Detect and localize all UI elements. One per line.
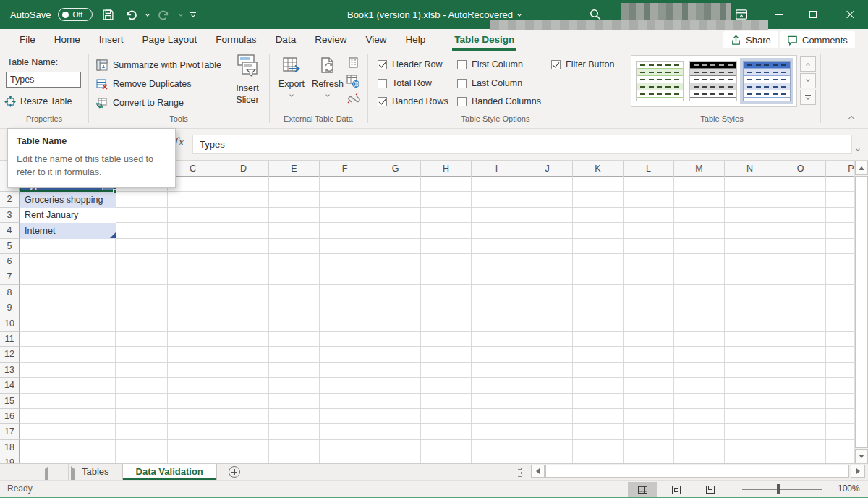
tab-view[interactable]: View bbox=[356, 29, 396, 51]
column-header-E[interactable]: E bbox=[269, 161, 320, 177]
row-header-15[interactable]: 15 bbox=[0, 394, 20, 409]
refresh-button[interactable]: Refresh bbox=[310, 54, 346, 96]
column-header-G[interactable]: G bbox=[370, 161, 421, 177]
zoom-out-button[interactable] bbox=[729, 489, 736, 489]
row-header-4[interactable]: 4 bbox=[0, 223, 20, 238]
checkbox-last-column[interactable]: Last Column bbox=[457, 77, 522, 90]
column-header-K[interactable]: K bbox=[573, 161, 624, 177]
gallery-scroll-up-button[interactable] bbox=[800, 56, 816, 72]
checkbox-header-row[interactable]: Header Row bbox=[378, 58, 442, 71]
row-header-13[interactable]: 13 bbox=[0, 363, 20, 378]
scroll-down-button[interactable] bbox=[855, 449, 868, 463]
convert-to-range-button[interactable]: Convert to Range bbox=[95, 95, 184, 111]
checkbox-banded-columns[interactable]: Banded Columns bbox=[457, 95, 541, 108]
column-header-J[interactable]: J bbox=[522, 161, 573, 177]
column-header-P[interactable]: P bbox=[826, 161, 854, 177]
gallery-scroll-down-button[interactable] bbox=[800, 73, 816, 88]
hscroll-left-button[interactable] bbox=[531, 465, 545, 478]
unlink-icon[interactable] bbox=[347, 93, 361, 106]
row-header-14[interactable]: 14 bbox=[0, 378, 20, 393]
tab-file[interactable]: File bbox=[10, 29, 45, 51]
title-dropdown-icon[interactable] bbox=[517, 12, 522, 17]
vertical-scrollbar[interactable] bbox=[854, 161, 868, 463]
comments-label: Comments bbox=[802, 35, 848, 46]
column-header-F[interactable]: F bbox=[320, 161, 370, 177]
view-normal-button[interactable] bbox=[628, 482, 657, 497]
tab-review[interactable]: Review bbox=[305, 29, 356, 51]
row-header-2[interactable]: 2 bbox=[0, 192, 20, 207]
checkbox-filter-button[interactable]: Filter Button bbox=[551, 58, 614, 71]
row-header-5[interactable]: 5 bbox=[0, 239, 20, 254]
row-header-19[interactable]: 19 bbox=[0, 455, 20, 463]
row-header-11[interactable]: 11 bbox=[0, 332, 20, 347]
tab-home[interactable]: Home bbox=[45, 29, 90, 51]
scroll-up-button[interactable] bbox=[855, 161, 868, 175]
table-cell-internet[interactable]: Internet bbox=[20, 223, 116, 238]
zoom-slider-track[interactable] bbox=[742, 489, 822, 490]
tab-scrollbar-splitter[interactable] bbox=[518, 468, 522, 477]
expand-formula-bar-icon[interactable] bbox=[856, 140, 859, 153]
remove-duplicates-button[interactable]: Remove Duplicates bbox=[95, 76, 191, 92]
formula-input[interactable]: Types bbox=[192, 135, 852, 154]
table-resize-handle[interactable] bbox=[110, 232, 116, 238]
summarize-with-pivottable-button[interactable]: Summarize with PivotTable bbox=[95, 57, 221, 73]
horizontal-scroll-thumb[interactable] bbox=[545, 465, 849, 478]
tab-table-design[interactable]: Table Design bbox=[445, 29, 524, 51]
new-sheet-button[interactable] bbox=[229, 466, 240, 478]
column-header-O[interactable]: O bbox=[775, 161, 826, 177]
column-header-D[interactable]: D bbox=[218, 161, 269, 177]
tab-formulas[interactable]: Formulas bbox=[206, 29, 265, 51]
checkbox-first-column[interactable]: First Column bbox=[457, 58, 523, 71]
view-page-break-button[interactable] bbox=[696, 482, 725, 497]
zoom-level-label[interactable]: 100% bbox=[838, 481, 860, 497]
close-button[interactable] bbox=[833, 0, 868, 29]
open-in-browser-icon[interactable] bbox=[346, 74, 360, 88]
tab-help[interactable]: Help bbox=[396, 29, 435, 51]
row-header-12[interactable]: 12 bbox=[0, 347, 20, 362]
row-header-3[interactable]: 3 bbox=[0, 208, 20, 223]
table-cell-groceries-shopping[interactable]: Groceries shopping bbox=[20, 192, 116, 207]
comments-button[interactable]: Comments bbox=[780, 31, 855, 48]
row-header-10[interactable]: 10 bbox=[0, 316, 20, 332]
checkbox-banded-rows[interactable]: Banded Rows bbox=[378, 95, 448, 108]
row-header-9[interactable]: 9 bbox=[0, 300, 20, 316]
row-header-18[interactable]: 18 bbox=[0, 440, 20, 455]
row-header-8[interactable]: 8 bbox=[0, 285, 20, 300]
column-header-I[interactable]: I bbox=[472, 161, 522, 177]
tab-page-layout[interactable]: Page Layout bbox=[133, 29, 207, 51]
gallery-more-button[interactable] bbox=[800, 90, 816, 105]
view-page-layout-button[interactable] bbox=[662, 482, 691, 497]
checkbox-total-row[interactable]: Total Row bbox=[378, 77, 432, 90]
sheet-tab-data-validation[interactable]: Data Validation bbox=[122, 464, 217, 480]
collapse-ribbon-icon[interactable] bbox=[849, 113, 854, 123]
table-properties-icon[interactable] bbox=[347, 56, 359, 69]
column-header-L[interactable]: L bbox=[624, 161, 674, 177]
tab-data[interactable]: Data bbox=[266, 29, 306, 51]
share-button[interactable]: Share bbox=[723, 31, 778, 48]
row-header-7[interactable]: 7 bbox=[0, 269, 20, 284]
export-button[interactable]: Export bbox=[275, 54, 308, 96]
table-style-dark-black[interactable] bbox=[689, 61, 737, 101]
grid-body[interactable]: 12345678910111213141516171819TypesGrocer… bbox=[0, 177, 854, 463]
table-cell-rent-january[interactable]: Rent January bbox=[20, 208, 116, 223]
vertical-scroll-thumb[interactable] bbox=[855, 176, 868, 448]
sheet-tab-tables[interactable]: Tables bbox=[68, 464, 123, 480]
maximize-button[interactable] bbox=[796, 0, 830, 29]
insert-slicer-button[interactable]: Insert Slicer bbox=[227, 54, 268, 106]
zoom-in-button[interactable] bbox=[829, 485, 837, 493]
row-header-16[interactable]: 16 bbox=[0, 409, 20, 424]
hscroll-right-button[interactable] bbox=[851, 465, 865, 478]
column-header-M[interactable]: M bbox=[674, 161, 725, 177]
refresh-icon bbox=[318, 56, 337, 75]
column-header-N[interactable]: N bbox=[725, 161, 775, 177]
fill-handle[interactable] bbox=[113, 189, 117, 193]
row-header-6[interactable]: 6 bbox=[0, 254, 20, 269]
column-header-H[interactable]: H bbox=[421, 161, 472, 177]
zoom-slider-thumb[interactable] bbox=[777, 484, 780, 494]
table-style-light-green[interactable] bbox=[636, 61, 684, 101]
table-name-input[interactable]: Types bbox=[6, 72, 81, 88]
table-style-medium-blue[interactable] bbox=[743, 61, 791, 101]
resize-table-button[interactable]: Resize Table bbox=[4, 93, 72, 109]
tab-insert[interactable]: Insert bbox=[90, 29, 133, 51]
row-header-17[interactable]: 17 bbox=[0, 424, 20, 439]
